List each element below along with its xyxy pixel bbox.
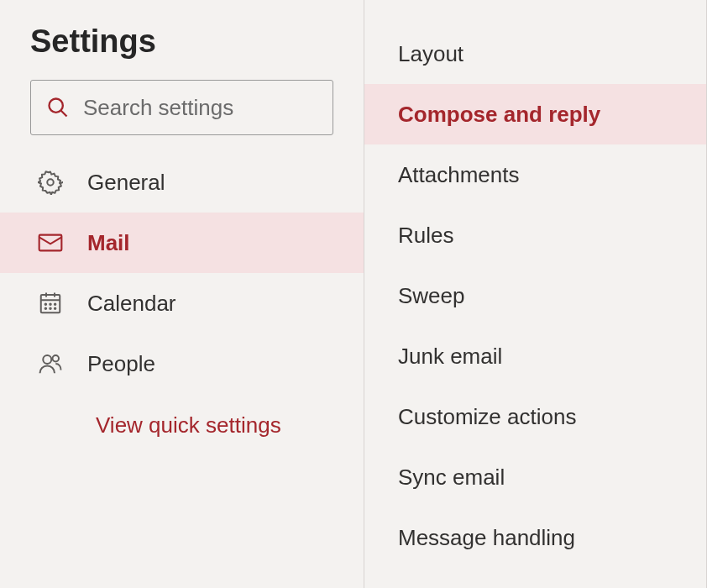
- sub-item-customize-actions[interactable]: Customize actions: [364, 386, 706, 447]
- settings-title: Settings: [0, 24, 364, 80]
- sub-item-label: Layout: [398, 41, 463, 67]
- sub-item-label: Junk email: [398, 344, 502, 370]
- settings-left-panel: Settings General: [0, 0, 364, 588]
- nav-item-label: General: [87, 170, 165, 196]
- search-icon: [46, 96, 70, 119]
- sub-item-label: Message handling: [398, 525, 575, 551]
- sub-item-junk-email[interactable]: Junk email: [364, 326, 706, 386]
- svg-point-12: [50, 308, 51, 310]
- sub-item-label: Compose and reply: [398, 102, 600, 128]
- settings-sub-panel: Layout Compose and reply Attachments Rul…: [364, 0, 707, 588]
- svg-point-0: [50, 99, 63, 113]
- sub-item-sync-email[interactable]: Sync email: [364, 447, 706, 507]
- sub-item-layout[interactable]: Layout: [364, 24, 706, 84]
- svg-point-2: [47, 179, 54, 186]
- sub-item-compose-and-reply[interactable]: Compose and reply: [364, 84, 706, 144]
- view-quick-settings-link[interactable]: View quick settings: [0, 394, 364, 438]
- svg-point-14: [43, 355, 51, 364]
- sub-item-sweep[interactable]: Sweep: [364, 265, 706, 326]
- search-container[interactable]: [30, 80, 333, 135]
- sub-list: Layout Compose and reply Attachments Rul…: [364, 24, 706, 568]
- nav-item-label: Calendar: [87, 291, 176, 317]
- svg-point-10: [55, 304, 56, 306]
- sub-item-label: Sweep: [398, 283, 465, 309]
- calendar-icon: [37, 290, 64, 317]
- sub-item-rules[interactable]: Rules: [364, 205, 706, 265]
- nav-item-general[interactable]: General: [0, 152, 364, 213]
- nav-item-label: People: [87, 351, 155, 377]
- nav-list: General Mail: [0, 152, 364, 394]
- gear-icon: [37, 169, 64, 196]
- svg-rect-3: [39, 235, 62, 251]
- sub-item-label: Rules: [398, 223, 453, 249]
- mail-icon: [37, 229, 64, 256]
- sub-item-attachments[interactable]: Attachments: [364, 144, 706, 205]
- svg-point-15: [53, 355, 60, 362]
- sub-item-label: Attachments: [398, 162, 520, 188]
- sub-item-label: Customize actions: [398, 404, 576, 430]
- svg-point-11: [45, 308, 47, 310]
- nav-item-mail[interactable]: Mail: [0, 213, 364, 273]
- svg-point-8: [45, 304, 47, 306]
- sub-item-label: Sync email: [398, 465, 505, 491]
- nav-item-calendar[interactable]: Calendar: [0, 273, 364, 333]
- svg-line-1: [61, 111, 67, 117]
- nav-item-label: Mail: [87, 230, 130, 256]
- svg-point-9: [50, 304, 51, 306]
- nav-item-people[interactable]: People: [0, 333, 364, 394]
- svg-point-13: [55, 308, 56, 310]
- sub-item-message-handling[interactable]: Message handling: [364, 507, 706, 568]
- search-input[interactable]: [83, 95, 317, 121]
- people-icon: [37, 350, 64, 377]
